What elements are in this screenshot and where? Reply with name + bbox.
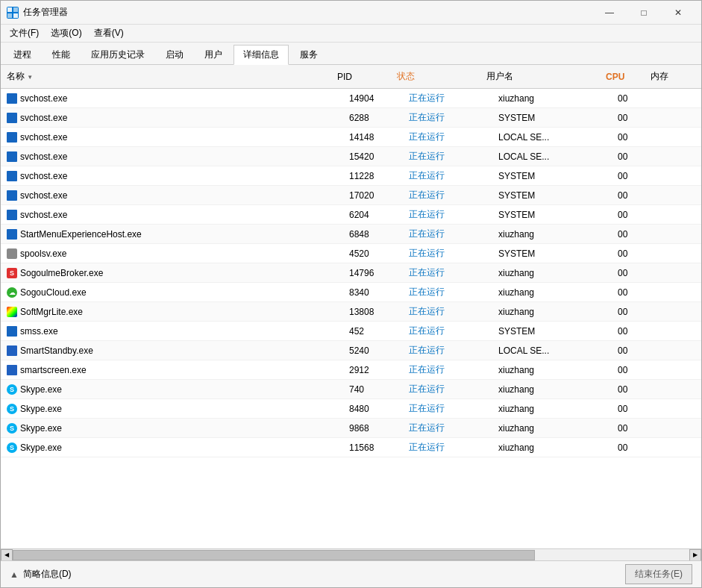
table-row[interactable]: S Skype.exe 8480 正在运行 xiuzhang 00: [1, 399, 701, 419]
cell-pid: 5240: [343, 344, 403, 357]
table-row[interactable]: S Skype.exe 11568 正在运行 xiuzhang 00: [1, 438, 701, 457]
cell-memory: [656, 97, 701, 100]
col-memory[interactable]: 内存: [645, 69, 689, 84]
cell-pid: 11568: [343, 441, 403, 454]
col-pid[interactable]: PID: [331, 70, 391, 84]
cell-pid: 452: [343, 325, 403, 338]
table-row[interactable]: svchost.exe 6204 正在运行 SYSTEM 00: [1, 205, 701, 225]
cell-status: 正在运行: [403, 148, 492, 164]
menu-file[interactable]: 文件(F): [4, 25, 45, 41]
cell-name: S Skype.exe: [1, 402, 343, 416]
process-icon: ☁: [7, 287, 17, 298]
cell-cpu: 00: [612, 286, 656, 299]
cell-username: xiuzhang: [492, 286, 612, 299]
tab-services[interactable]: 服务: [290, 45, 328, 64]
table-row[interactable]: S Skype.exe 9868 正在运行 xiuzhang 00: [1, 419, 701, 438]
col-status[interactable]: 状态: [391, 69, 480, 84]
cell-pid: 2912: [343, 363, 403, 377]
cell-status: 正在运行: [403, 420, 492, 436]
table-row[interactable]: StartMenuExperienceHost.exe 6848 正在运行 xi…: [1, 225, 701, 244]
chevron-up-icon: ▲: [10, 569, 19, 580]
cell-status: 正在运行: [403, 187, 492, 203]
scroll-right-button[interactable]: ▶: [689, 549, 701, 561]
cell-cpu: 00: [612, 111, 656, 125]
cell-status: 正在运行: [403, 265, 492, 281]
tab-performance[interactable]: 性能: [43, 45, 80, 64]
process-icon: [7, 151, 17, 162]
cell-username: LOCAL SE...: [492, 131, 612, 144]
table-row[interactable]: svchost.exe 14904 正在运行 xiuzhang 00: [1, 89, 701, 108]
cell-status: 正在运行: [403, 226, 492, 242]
cell-cpu: 00: [612, 441, 656, 454]
cell-status: 正在运行: [403, 207, 492, 222]
table-row[interactable]: smartscreen.exe 2912 正在运行 xiuzhang 00: [1, 360, 701, 380]
table-row[interactable]: spoolsv.exe 4520 正在运行 SYSTEM 00: [1, 244, 701, 263]
scroll-thumb[interactable]: [13, 550, 535, 560]
tab-startup[interactable]: 启动: [156, 45, 193, 64]
svg-rect-1: [13, 7, 18, 12]
cell-status: 正在运行: [403, 440, 492, 455]
tab-details[interactable]: 详细信息: [234, 45, 289, 65]
cell-pid: 6848: [343, 228, 403, 241]
process-icon: [7, 307, 17, 317]
brief-info-button[interactable]: ▲ 简略信息(D): [10, 568, 72, 581]
task-manager-window: 任务管理器 — □ ✕ 文件(F) 选项(O) 查看(V) 进程 性能 应用历史…: [0, 0, 702, 588]
scroll-track[interactable]: [13, 549, 689, 561]
process-icon: [7, 93, 17, 104]
maximize-button[interactable]: □: [627, 1, 661, 25]
cell-pid: 13808: [343, 305, 403, 319]
cell-memory: [656, 310, 701, 313]
cell-username: xiuzhang: [492, 383, 612, 396]
cell-cpu: 00: [612, 383, 656, 396]
table-row[interactable]: svchost.exe 15420 正在运行 LOCAL SE... 00: [1, 147, 701, 166]
cell-pid: 15420: [343, 150, 403, 163]
table-row[interactable]: S Skype.exe 740 正在运行 xiuzhang 00: [1, 380, 701, 399]
end-task-button[interactable]: 结束任务(E): [625, 564, 692, 584]
cell-cpu: 00: [612, 266, 656, 280]
tab-process[interactable]: 进程: [4, 45, 41, 64]
cell-username: xiuzhang: [492, 422, 612, 435]
cell-pid: 8340: [343, 286, 403, 299]
table-body[interactable]: svchost.exe 14904 正在运行 xiuzhang 00 svcho…: [1, 89, 701, 548]
cell-cpu: 00: [612, 402, 656, 416]
cell-username: SYSTEM: [492, 325, 612, 338]
table-row[interactable]: svchost.exe 11228 正在运行 SYSTEM 00: [1, 166, 701, 186]
close-button[interactable]: ✕: [661, 1, 695, 25]
process-icon: [7, 190, 17, 201]
table-row[interactable]: S SogoulmeBroker.exe 14796 正在运行 xiuzhang…: [1, 263, 701, 283]
table-row[interactable]: svchost.exe 14148 正在运行 LOCAL SE... 00: [1, 128, 701, 147]
col-name[interactable]: 名称 ▼: [1, 69, 331, 84]
cell-cpu: 00: [612, 247, 656, 260]
svg-rect-2: [7, 13, 12, 18]
col-cpu[interactable]: CPU: [600, 70, 645, 84]
table-row[interactable]: SmartStandby.exe 5240 正在运行 LOCAL SE... 0…: [1, 341, 701, 360]
cell-name: svchost.exe: [1, 189, 343, 202]
table-row[interactable]: smss.exe 452 正在运行 SYSTEM 00: [1, 322, 701, 341]
cell-memory: [656, 330, 701, 333]
cell-status: 正在运行: [403, 284, 492, 300]
menu-view[interactable]: 查看(V): [88, 25, 130, 41]
cell-name: StartMenuExperienceHost.exe: [1, 228, 343, 241]
scroll-left-button[interactable]: ◀: [1, 549, 13, 561]
process-icon: S: [7, 442, 17, 453]
cell-username: xiuzhang: [492, 305, 612, 319]
horizontal-scrollbar[interactable]: ◀ ▶: [1, 548, 701, 560]
col-username[interactable]: 用户名: [480, 69, 600, 84]
minimize-button[interactable]: —: [592, 1, 627, 25]
cell-cpu: 00: [612, 305, 656, 319]
cell-memory: [656, 175, 701, 178]
tab-users[interactable]: 用户: [195, 45, 232, 64]
process-icon: S: [7, 423, 17, 434]
cell-cpu: 00: [612, 150, 656, 163]
cell-name: svchost.exe: [1, 92, 343, 105]
tab-app-history[interactable]: 应用历史记录: [81, 45, 154, 64]
menu-options[interactable]: 选项(O): [45, 25, 87, 41]
svg-rect-3: [13, 13, 18, 18]
cell-pid: 17020: [343, 189, 403, 202]
cell-pid: 9868: [343, 422, 403, 435]
table-row[interactable]: svchost.exe 17020 正在运行 SYSTEM 00: [1, 186, 701, 205]
table-row[interactable]: ☁ SogouCloud.exe 8340 正在运行 xiuzhang 00: [1, 283, 701, 302]
cell-username: LOCAL SE...: [492, 150, 612, 163]
table-row[interactable]: SoftMgrLite.exe 13808 正在运行 xiuzhang 00: [1, 302, 701, 322]
table-row[interactable]: svchost.exe 6288 正在运行 SYSTEM 00: [1, 108, 701, 128]
